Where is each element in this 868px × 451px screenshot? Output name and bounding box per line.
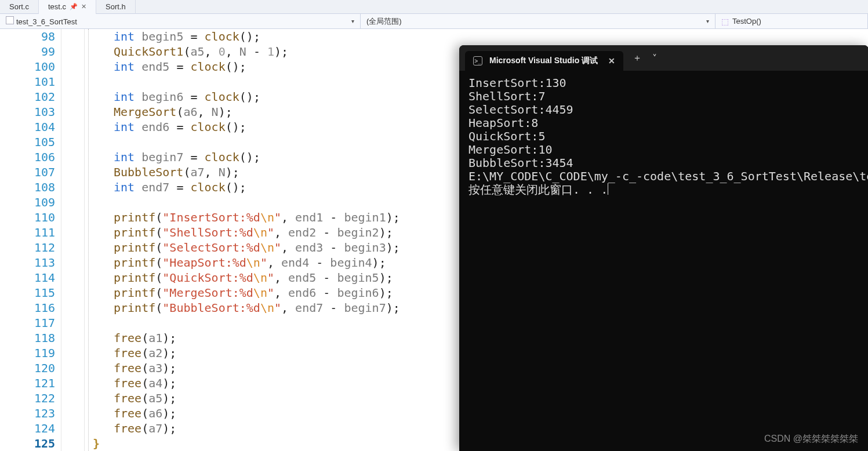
marker-column — [61, 29, 85, 451]
project-icon — [6, 16, 14, 24]
terminal-titlebar[interactable]: >_ Microsoft Visual Studio 调试 ✕ ＋ ˅ — [459, 45, 868, 71]
line-number: 107 — [0, 165, 55, 180]
line-number: 110 — [0, 210, 55, 225]
line-number: 102 — [0, 89, 55, 104]
chevron-down-icon[interactable]: ˅ — [652, 53, 657, 64]
indent-guide — [85, 29, 93, 451]
line-number: 125 — [0, 436, 55, 451]
line-number: 117 — [0, 315, 55, 330]
terminal-line: SelectSort:4459 — [468, 103, 859, 117]
line-number: 109 — [0, 195, 55, 210]
line-number: 100 — [0, 59, 55, 74]
line-number: 116 — [0, 300, 55, 315]
new-tab-button[interactable]: ＋ — [633, 52, 642, 64]
nav-left-text: test_3_6_SortTest — [16, 17, 77, 26]
nav-right-text: TestOp() — [732, 17, 761, 26]
nav-function-dropdown[interactable]: ⬚ TestOp() — [716, 14, 868, 28]
line-number: 118 — [0, 330, 55, 345]
line-number: 101 — [0, 74, 55, 89]
editor-tabs: Sort.c test.c 📌 ✕ Sort.h — [0, 0, 868, 14]
nav-project-dropdown[interactable]: test_3_6_SortTest ▾ — [0, 14, 361, 28]
close-icon[interactable]: ✕ — [608, 56, 615, 66]
terminal-line: 按任意键关闭此窗口. . . — [468, 183, 859, 197]
terminal-line: MergeSort:10 — [468, 143, 859, 157]
terminal-line: InsertSort:130 — [468, 77, 859, 90]
terminal-line: E:\MY_CODE\C_CODE\my_-c_-code\test_3_6_S… — [468, 170, 859, 183]
chevron-down-icon: ▾ — [351, 18, 354, 24]
tab-sort-h[interactable]: Sort.h — [96, 0, 136, 14]
line-number: 105 — [0, 134, 55, 150]
terminal-line: HeapSort:8 — [468, 117, 859, 130]
terminal-line: ShellSort:7 — [468, 90, 859, 103]
tab-test-c[interactable]: test.c 📌 ✕ — [39, 0, 96, 14]
line-number: 98 — [0, 29, 55, 44]
terminal-window[interactable]: >_ Microsoft Visual Studio 调试 ✕ ＋ ˅ Inse… — [459, 45, 868, 451]
nav-scope-dropdown[interactable]: (全局范围) ▾ — [361, 14, 716, 28]
line-number: 113 — [0, 255, 55, 270]
tab-label: Sort.c — [9, 2, 29, 11]
pin-icon[interactable]: 📌 — [70, 3, 78, 10]
watermark: CSDN @桀桀桀桀桀桀 — [764, 433, 858, 445]
line-number: 112 — [0, 240, 55, 255]
line-number: 120 — [0, 361, 55, 376]
terminal-toolbar: ＋ ˅ — [623, 52, 666, 64]
line-number: 122 — [0, 391, 55, 406]
terminal-title: Microsoft Visual Studio 调试 — [489, 56, 598, 66]
tab-sort-c[interactable]: Sort.c — [0, 0, 39, 14]
method-icon: ⬚ — [721, 17, 729, 26]
nav-row: test_3_6_SortTest ▾ (全局范围) ▾ ⬚ TestOp() — [0, 14, 868, 29]
nav-mid-text: (全局范围) — [366, 16, 402, 27]
line-number: 114 — [0, 270, 55, 285]
line-number: 103 — [0, 104, 55, 119]
line-number: 104 — [0, 119, 55, 134]
code-line[interactable]: int begin5 = clock(); — [114, 29, 868, 44]
line-number: 123 — [0, 406, 55, 421]
chevron-down-icon: ▾ — [706, 18, 709, 24]
terminal-tab[interactable]: >_ Microsoft Visual Studio 调试 ✕ — [465, 51, 623, 71]
line-number: 121 — [0, 376, 55, 391]
line-number: 111 — [0, 225, 55, 240]
line-number: 115 — [0, 285, 55, 300]
line-number-gutter: 9899100101102103104105106107108109110111… — [0, 29, 61, 451]
line-number: 119 — [0, 345, 55, 361]
line-number: 124 — [0, 421, 55, 436]
line-number: 106 — [0, 150, 55, 165]
terminal-cursor — [608, 183, 608, 195]
tab-label: Sort.h — [106, 2, 126, 11]
line-number: 99 — [0, 44, 55, 59]
terminal-output[interactable]: InsertSort:130ShellSort:7SelectSort:4459… — [459, 71, 868, 202]
terminal-icon: >_ — [473, 56, 482, 66]
terminal-line: QuickSort:5 — [468, 130, 859, 143]
terminal-line: BubbleSort:3454 — [468, 157, 859, 170]
tab-label: test.c — [48, 2, 66, 11]
close-icon[interactable]: ✕ — [81, 3, 86, 10]
line-number: 108 — [0, 180, 55, 195]
